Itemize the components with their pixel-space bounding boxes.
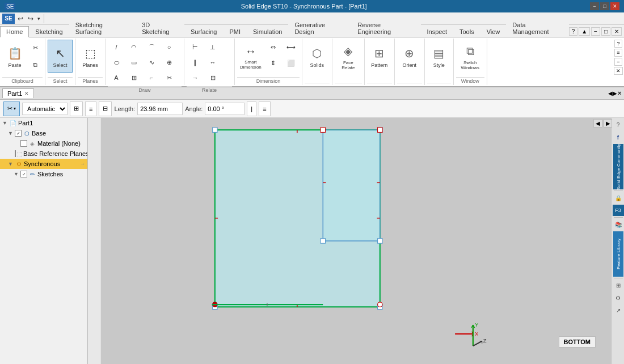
ellipse-button[interactable]: ⬭	[108, 55, 125, 70]
tab-pmi[interactable]: PMI	[223, 26, 247, 37]
tab-inspect[interactable]: Inspect	[421, 26, 453, 37]
tab-home[interactable]: Home	[0, 26, 29, 37]
trim-tool-button[interactable]: ✂ ▾	[3, 101, 20, 116]
planes-button[interactable]: ⬚ Planes	[78, 40, 103, 73]
library-btn[interactable]: 📚	[613, 219, 624, 230]
align-tool-btn[interactable]: ≡	[85, 101, 96, 116]
win-min-btn[interactable]: −	[591, 27, 600, 36]
fillet-button[interactable]: ⌐	[143, 70, 160, 85]
tab-data-management[interactable]: Data Management	[506, 19, 568, 37]
tab-simulation[interactable]: Simulation	[247, 26, 288, 37]
copy-button[interactable]: ⧉	[28, 57, 43, 73]
lock-btn[interactable]: 🔒	[613, 192, 624, 204]
win-close-btn[interactable]: ✕	[612, 27, 622, 36]
svg-rect-12	[378, 128, 382, 132]
point-button[interactable]: ⊕	[161, 55, 178, 70]
pattern-button[interactable]: ⊞ Pattern	[367, 40, 392, 73]
dim-h-button[interactable]: ⇔	[265, 40, 282, 54]
win-max-btn[interactable]: □	[601, 27, 610, 36]
arc-button[interactable]: ◠	[125, 40, 142, 54]
tree-item-base[interactable]: ▼ ⬡ Base	[0, 128, 87, 138]
solids-icon: ⬡	[308, 44, 326, 62]
feature-lib-btn[interactable]: Feature Library	[613, 231, 623, 277]
prev-view-btn[interactable]: ◀	[593, 119, 602, 128]
relate1-button[interactable]: ⊢	[187, 40, 204, 54]
drawing-canvas[interactable]: X Y Z	[88, 118, 624, 364]
nav-btn[interactable]: ↗	[613, 304, 624, 316]
close-button[interactable]: ✕	[610, 2, 619, 10]
relate6-button[interactable]: ⊟	[204, 70, 221, 85]
switch-windows-button[interactable]: ⧉ SwitchWindows	[456, 40, 484, 73]
ribbon-collapse-btn[interactable]: ▲	[579, 27, 590, 36]
relate2-button[interactable]: ⊥	[204, 40, 221, 54]
circle-button[interactable]: ○	[161, 40, 178, 54]
trim-button[interactable]: ✂	[161, 70, 178, 85]
part1-tab-close[interactable]: ✕	[24, 91, 29, 96]
dim3-button[interactable]: ⟷	[283, 40, 300, 54]
trim-tool-dropdown[interactable]: ▾	[14, 106, 16, 111]
spline-button[interactable]: ∿	[143, 55, 160, 70]
offset-button[interactable]: ⊞	[125, 70, 142, 85]
tree-item-synchronous[interactable]: ▼ ⚙ Synchronous →	[0, 159, 87, 169]
tree-item-part1[interactable]: ▼ 📄 Part1	[0, 118, 87, 128]
tab-sketching-surfacing[interactable]: Sketching Surfacing	[69, 19, 136, 37]
extra-tool-btn2[interactable]: ≡	[259, 101, 270, 116]
tab-sketching[interactable]: Sketching	[29, 26, 69, 37]
dim-v-button[interactable]: ⇕	[265, 56, 282, 70]
tab-view[interactable]: View	[480, 26, 507, 37]
origin-tool-btn[interactable]: ⊞	[70, 101, 83, 116]
relate3-button[interactable]: ∥	[187, 55, 204, 70]
nav-left-btn[interactable]: ◀	[608, 90, 613, 96]
tree-item-sketches[interactable]: ▼ ✏ Sketches	[0, 169, 87, 179]
part1-tab[interactable]: Part1 ✕	[2, 88, 34, 98]
facebook-btn[interactable]: f	[613, 132, 624, 143]
maximize-button[interactable]: □	[600, 2, 609, 10]
f3-btn[interactable]: F3	[613, 205, 624, 216]
relate-group: ⊢ ⊥ ∥ ↔ → ⊟ Relate	[184, 39, 235, 85]
undo-button[interactable]: ↩	[16, 14, 25, 24]
tab-generative[interactable]: Generative Design	[288, 19, 351, 37]
help-panel-btn[interactable]: ?	[613, 119, 624, 130]
cut-button[interactable]: ✂	[28, 40, 43, 56]
nav-right-btn[interactable]: ▶	[613, 90, 617, 96]
quick-access-dropdown[interactable]: ▾	[36, 15, 41, 23]
extra-tool-btn1[interactable]: |	[247, 101, 256, 116]
community-btn[interactable]: Solid Edge Community	[613, 144, 623, 189]
ribbon-help-btn[interactable]: ?	[614, 40, 622, 48]
ribbon-list-btn[interactable]: ≡	[614, 49, 622, 57]
style-button[interactable]: ▤ Style	[427, 40, 451, 73]
select-button[interactable]: ↖ Select	[48, 40, 73, 73]
tab-tools[interactable]: Tools	[453, 26, 480, 37]
relate5-button[interactable]: →	[187, 70, 204, 85]
rect-button[interactable]: ▭	[125, 55, 142, 70]
redo-button[interactable]: ↪	[26, 14, 35, 24]
ribbon-close-btn[interactable]: ✕	[614, 67, 623, 75]
relate4-button[interactable]: ↔	[204, 55, 221, 70]
tree-item-baseref[interactable]: ⬚ Base Reference Planes	[0, 149, 87, 159]
paste-button[interactable]: 📋 Paste	[2, 40, 27, 73]
length-input[interactable]	[137, 103, 183, 115]
align2-tool-btn[interactable]: ⊟	[99, 101, 112, 116]
mode-dropdown[interactable]: Automatic Manual Fixed	[22, 103, 68, 115]
settings-btn[interactable]: ⚙	[613, 292, 624, 303]
ribbon-min-btn[interactable]: −	[614, 58, 622, 66]
tab-reverse[interactable]: Reverse Engineering	[351, 19, 420, 37]
smart-dimension-button[interactable]: ↔ SmartDimension	[237, 40, 264, 73]
solids-button[interactable]: ⬡ Solids	[305, 40, 330, 73]
dim4-button[interactable]: ⬜	[283, 56, 300, 70]
tab-3d-sketching[interactable]: 3D Sketching	[136, 19, 184, 37]
tab-surfacing[interactable]: Surfacing	[184, 26, 223, 37]
minimize-button[interactable]: −	[590, 2, 599, 10]
text-button[interactable]: A	[108, 70, 125, 85]
face-relate-button[interactable]: ◈ FaceRelate	[335, 40, 362, 73]
sync-btn[interactable]: ⊞	[613, 280, 624, 291]
canvas-area[interactable]: X Y Z BOTTOM ◀ ▶ ✕	[88, 118, 624, 364]
help-btn[interactable]: ?	[569, 27, 578, 36]
orient-button[interactable]: ⊕ Orient	[397, 40, 422, 73]
line-button[interactable]: /	[108, 40, 125, 54]
angle-input[interactable]	[205, 103, 244, 115]
tree-item-material[interactable]: ◈ Material (None)	[0, 138, 87, 149]
arc2-button[interactable]: ⌒	[143, 40, 160, 54]
close-panel-btn[interactable]: ✕	[617, 90, 622, 96]
align2-icon: ⊟	[103, 105, 108, 112]
